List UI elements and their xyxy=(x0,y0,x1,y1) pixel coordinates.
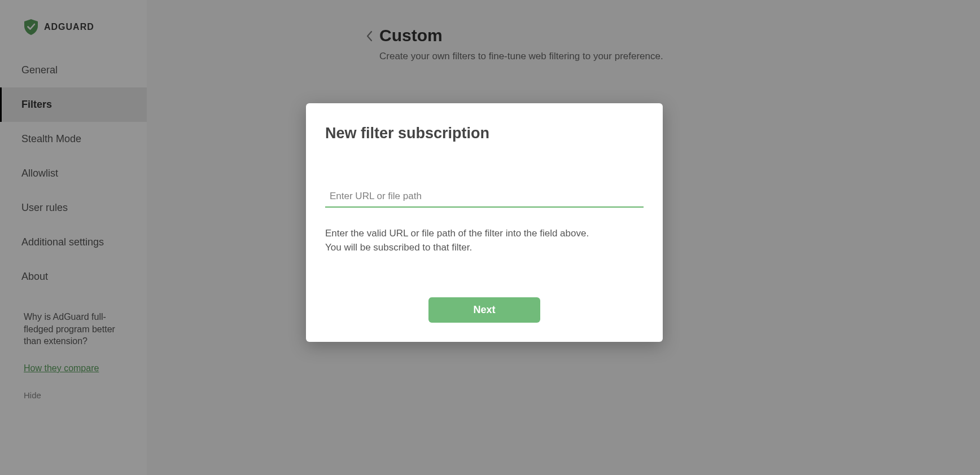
modal-help-line1: Enter the valid URL or file path of the … xyxy=(325,227,644,241)
modal-help-line2: You will be subscribed to that filter. xyxy=(325,241,644,255)
filter-url-input[interactable] xyxy=(325,187,644,208)
modal-title: New filter subscription xyxy=(325,125,644,142)
next-button[interactable]: Next xyxy=(428,297,540,323)
modal-help-text: Enter the valid URL or file path of the … xyxy=(325,227,644,254)
new-filter-subscription-modal: New filter subscription Enter the valid … xyxy=(306,103,663,342)
